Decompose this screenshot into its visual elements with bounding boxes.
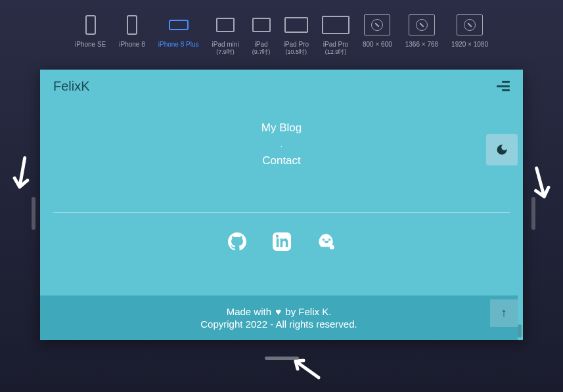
tablet-icon [322,13,349,36]
device-ipad-pro-10[interactable]: iPad Pro (10.5吋) [284,13,309,56]
device-1920x1080[interactable]: 1920 × 1080 [451,13,488,49]
nav-contact-link[interactable]: Contact [53,154,510,167]
nav-blog-link[interactable]: My Blog [53,121,510,135]
device-label: iPad Pro (10.5吋) [284,40,309,56]
svg-point-0 [329,244,334,249]
divider [53,212,510,213]
device-label: 1366 × 768 [405,40,438,49]
desktop-icon [364,13,390,36]
page-footer: Made with ♥ by Felix K. Copyright 2022 -… [40,295,518,340]
blog-icon[interactable] [317,232,336,251]
tablet-icon [252,13,271,36]
scrollbar-thumb[interactable] [518,324,522,338]
device-800x600[interactable]: 800 × 600 [363,13,392,49]
device-iphone-8[interactable]: iPhone 8 [119,13,145,49]
logo[interactable]: FelixK [53,79,90,94]
scroll-top-button[interactable]: ↑ [490,299,518,327]
bottom-scroll-indicator[interactable] [265,357,299,360]
device-label: iPad Pro (12.9吋) [323,40,348,56]
device-label: 1920 × 1080 [451,40,488,49]
preview-wrapper: FelixK My Blog . Contact [40,70,523,340]
side-scroll-indicator-right [531,197,535,230]
annotation-arrow-bottom [289,355,322,391]
desktop-icon [457,13,483,36]
device-iphone-se[interactable]: iPhone SE [75,13,106,49]
device-iphone-8-plus[interactable]: iPhone 8 Plus [158,13,199,49]
preview-scrollbar[interactable] [518,70,522,340]
preview-frame: FelixK My Blog . Contact [40,70,523,340]
device-selector-bar: iPhone SE iPhone 8 iPhone 8 Plus iPad mi… [0,0,563,63]
phone-landscape-icon [169,13,189,36]
linkedin-icon[interactable] [273,232,291,251]
nav-separator: . [53,140,510,149]
device-label: iPhone 8 [119,40,145,49]
device-ipad-pro-12[interactable]: iPad Pro (12.9吋) [322,13,349,56]
device-ipad-mini[interactable]: iPad mini (7.9吋) [212,13,238,56]
footer-line-1: Made with ♥ by Felix K. [53,306,505,317]
github-icon[interactable] [228,232,246,251]
device-label: 800 × 600 [363,40,392,49]
tablet-icon [216,13,235,36]
dark-mode-button[interactable] [486,134,518,165]
heart-icon: ♥ [275,306,281,317]
side-scroll-indicator-left [32,197,35,230]
device-label: iPhone 8 Plus [158,40,199,49]
menu-toggle-icon[interactable] [497,81,510,91]
page-content: My Blog . Contact [40,103,523,186]
moon-icon [495,143,508,156]
device-1366x768[interactable]: 1366 × 768 [405,13,438,49]
device-ipad[interactable]: iPad (9.7吋) [252,13,271,56]
page-header: FelixK [40,70,523,103]
device-label: iPad mini (7.9吋) [212,40,238,56]
arrow-up-icon: ↑ [501,306,507,320]
social-icons [40,232,523,251]
desktop-icon [409,13,435,36]
phone-icon [127,13,137,36]
footer-line-2: Copyright 2022 - All rights reserved. [53,318,505,330]
tablet-icon [284,13,308,36]
phone-icon [85,13,96,36]
device-label: iPad (9.7吋) [252,40,271,56]
device-label: iPhone SE [75,40,106,49]
